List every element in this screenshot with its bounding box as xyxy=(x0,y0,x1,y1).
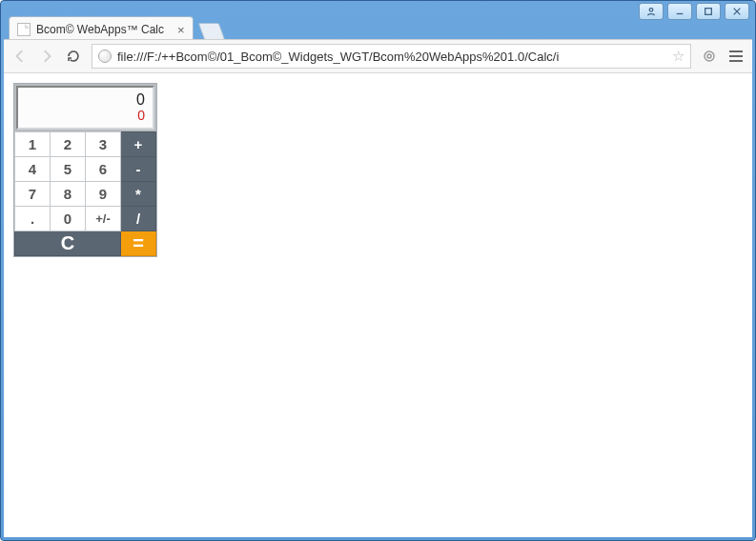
close-tab-icon[interactable]: × xyxy=(177,23,185,37)
key-clear[interactable]: C xyxy=(15,231,121,256)
key-equals[interactable]: = xyxy=(121,231,156,256)
svg-point-6 xyxy=(707,54,711,58)
key-7[interactable]: 7 xyxy=(15,182,51,207)
tab-active[interactable]: Bcom© WebApps™ Calc × xyxy=(9,16,194,42)
key-1[interactable]: 1 xyxy=(15,132,51,157)
key-9[interactable]: 9 xyxy=(86,182,121,207)
svg-point-0 xyxy=(649,9,653,12)
svg-point-5 xyxy=(705,51,714,61)
toolbar: file:///F:/++Bcom©/01_Bcom©_Widgets_WGT/… xyxy=(4,39,752,73)
key-sign[interactable]: +/- xyxy=(86,207,121,231)
menu-button[interactable] xyxy=(727,48,745,65)
key-8[interactable]: 8 xyxy=(51,182,86,207)
calculator: 0 0 1 2 3 + 4 5 6 - 7 8 xyxy=(13,83,157,257)
key-4[interactable]: 4 xyxy=(15,157,51,182)
key-5[interactable]: 5 xyxy=(51,157,86,182)
key-multiply[interactable]: * xyxy=(121,182,156,207)
site-icon xyxy=(98,50,112,63)
tab-strip: Bcom© WebApps™ Calc × xyxy=(9,13,747,42)
page-viewport: 0 0 1 2 3 + 4 5 6 - 7 8 xyxy=(4,73,752,537)
key-divide[interactable]: / xyxy=(121,207,156,231)
key-0[interactable]: 0 xyxy=(51,207,86,231)
address-bar[interactable]: file:///F:/++Bcom©/01_Bcom©_Widgets_WGT/… xyxy=(92,44,691,69)
tab-title: Bcom© WebApps™ Calc xyxy=(36,23,164,36)
back-button[interactable] xyxy=(11,48,29,65)
extension-icon[interactable] xyxy=(701,48,718,65)
file-icon xyxy=(17,23,31,36)
reload-button[interactable] xyxy=(65,48,82,65)
url-text: file:///F:/++Bcom©/01_Bcom©_Widgets_WGT/… xyxy=(117,50,666,64)
display-sub: 0 xyxy=(137,108,145,124)
key-3[interactable]: 3 xyxy=(86,132,121,157)
key-6[interactable]: 6 xyxy=(86,157,121,182)
bookmark-star-icon[interactable]: ☆ xyxy=(672,48,684,65)
new-tab-button[interactable] xyxy=(197,23,225,40)
browser-window: Bcom© WebApps™ Calc × file:///F:/++Bcom©… xyxy=(0,0,756,541)
key-2[interactable]: 2 xyxy=(51,132,86,157)
forward-button[interactable] xyxy=(38,48,55,65)
calculator-display: 0 0 xyxy=(16,86,154,130)
key-plus[interactable]: + xyxy=(121,132,156,157)
display-main: 0 xyxy=(136,92,145,108)
keypad: 1 2 3 + 4 5 6 - 7 8 9 * . xyxy=(14,131,156,256)
key-minus[interactable]: - xyxy=(121,157,156,182)
key-decimal[interactable]: . xyxy=(15,207,51,231)
